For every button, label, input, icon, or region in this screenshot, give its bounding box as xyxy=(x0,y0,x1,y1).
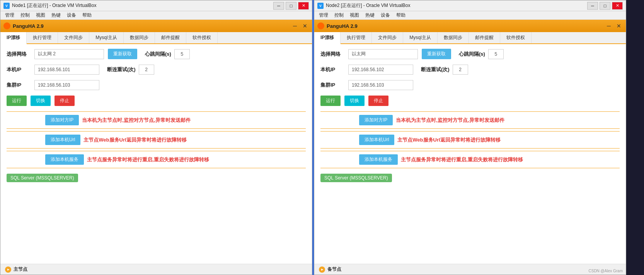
tab-exec-mgmt-2[interactable]: 执行管理 xyxy=(341,32,372,43)
menu-device-2[interactable]: 设备 xyxy=(378,11,393,19)
network-label-2: 选择网络 xyxy=(320,51,344,58)
stop-btn-2[interactable]: 停止 xyxy=(368,96,388,106)
heartbeat-input-1[interactable] xyxy=(174,49,190,59)
add-peer-ip-btn-2[interactable]: 添加对方IP xyxy=(359,115,393,125)
os-titlebar-2: V Node2 [正在运行] - Oracle VM VirtualBox ─ … xyxy=(314,0,626,11)
tab-exec-mgmt-1[interactable]: 执行管理 xyxy=(27,32,58,43)
tab-email-2[interactable]: 邮件提醒 xyxy=(469,32,500,43)
switch-btn-2[interactable]: 切换 xyxy=(344,96,365,106)
tab-ip-migration-1[interactable]: IP漂移 xyxy=(0,32,27,44)
app-titlebar-2: PanguHA 2.9 ─ ✕ xyxy=(314,20,626,32)
os-title-1: Node1 [正在运行] - Oracle VM VirtualBox xyxy=(12,2,273,9)
section2-hint-1: 主节点Web服务Url返回异常时将进行故障转移 xyxy=(83,137,186,143)
menu-view-1[interactable]: 视图 xyxy=(33,11,48,19)
section2-1: 添加本机Url 主节点Web服务Url返回异常时将进行故障转移 xyxy=(7,131,306,149)
run-btn-2[interactable]: 运行 xyxy=(320,96,341,106)
tab-license-1[interactable]: 软件授权 xyxy=(186,32,218,43)
status-text-2: 备节点 xyxy=(327,266,341,273)
menu-help-1[interactable]: 帮助 xyxy=(79,11,95,19)
disconnect-input-1[interactable] xyxy=(139,65,154,75)
app-close-1[interactable]: ✕ xyxy=(301,22,309,30)
heartbeat-input-2[interactable] xyxy=(488,49,504,59)
cluster-ip-input-1[interactable] xyxy=(34,80,99,90)
network-label-1: 选择网络 xyxy=(7,51,30,58)
network-row-1: 选择网络 重新获取 心跳间隔(s) xyxy=(7,49,306,59)
tab-file-sync-2[interactable]: 文件同步 xyxy=(372,32,403,43)
close-btn-1[interactable]: ✕ xyxy=(298,2,309,10)
menu-help-2[interactable]: 帮助 xyxy=(393,11,409,19)
network-input-2[interactable] xyxy=(348,49,418,59)
minimize-btn-1[interactable]: ─ xyxy=(273,2,284,10)
app-window-1: PanguHA 2.9 ─ ✕ IP漂移 执行管理 文件同步 Mysql主从 数… xyxy=(0,20,312,275)
vbox-icon-1: V xyxy=(3,3,10,9)
section3-hint-2: 主节点服务异常时将进行重启,重启失败将进行故障转移 xyxy=(401,156,523,163)
section1-2: 添加对方IP 当本机为主节点时,监控对方节点,异常时发送邮件 xyxy=(320,111,620,129)
menu-hotkey-2[interactable]: 热键 xyxy=(362,11,378,19)
os-title-2: Node2 [正在运行] - Oracle VM VirtualBox xyxy=(326,2,587,9)
service-tag-1: SQL Server (MSSQLSERVER) xyxy=(7,174,78,182)
content-area-1: 选择网络 重新获取 心跳间隔(s) 本机IP 断连重试(次) 集群IP 运行 xyxy=(0,44,312,264)
menu-hotkey-1[interactable]: 热键 xyxy=(48,11,64,19)
tab-bar-1: IP漂移 执行管理 文件同步 Mysql主从 数据同步 邮件提醒 软件授权 xyxy=(0,32,312,44)
run-btn-1[interactable]: 运行 xyxy=(7,96,27,106)
menu-device-1[interactable]: 设备 xyxy=(64,11,79,19)
menu-manage-2[interactable]: 管理 xyxy=(316,11,331,19)
app-title-1: PanguHA 2.9 xyxy=(13,23,291,29)
tab-mysql-1[interactable]: Mysql主从 xyxy=(89,32,123,43)
add-local-service-btn-2[interactable]: 添加本机服务 xyxy=(359,154,398,165)
disconnect-label-2: 断连重试(次) xyxy=(421,66,450,73)
tab-license-2[interactable]: 软件授权 xyxy=(500,32,532,43)
network-input-1[interactable] xyxy=(34,49,104,59)
app-window-2: PanguHA 2.9 ─ ✕ IP漂移 执行管理 文件同步 Mysql主从 数… xyxy=(314,20,626,275)
switch-btn-1[interactable]: 切换 xyxy=(31,96,51,106)
section1-hint-1: 当本机为主节点时,监控对方节点,异常时发送邮件 xyxy=(82,117,190,124)
refresh-btn-2[interactable]: 重新获取 xyxy=(422,49,451,59)
app-close-2[interactable]: ✕ xyxy=(615,22,623,30)
section3-1: 添加本机服务 主节点服务异常时将进行重启,重启失败将进行故障转移 xyxy=(7,151,306,168)
app-minimize-1[interactable]: ─ xyxy=(291,22,299,30)
close-btn-2[interactable]: ✕ xyxy=(612,2,623,10)
cluster-ip-row-2: 集群IP xyxy=(320,80,620,90)
cluster-ip-label-2: 集群IP xyxy=(320,82,344,89)
add-peer-ip-btn-1[interactable]: 添加对方IP xyxy=(45,115,79,125)
menu-control-2[interactable]: 控制 xyxy=(331,11,347,19)
disconnect-label-1: 断连重试(次) xyxy=(107,66,136,73)
minimize-btn-2[interactable]: ─ xyxy=(587,2,598,10)
local-ip-input-2[interactable] xyxy=(348,65,413,75)
os-controls-2: ─ □ ✕ xyxy=(587,2,623,10)
status-text-1: 主节点 xyxy=(14,266,27,273)
app-titlebar-1: PanguHA 2.9 ─ ✕ xyxy=(0,20,312,32)
tab-email-1[interactable]: 邮件提醒 xyxy=(155,32,186,43)
maximize-btn-1[interactable]: □ xyxy=(286,2,296,10)
add-local-url-btn-2[interactable]: 添加本机Url xyxy=(359,135,394,145)
cluster-ip-input-2[interactable] xyxy=(348,80,413,90)
menu-manage-1[interactable]: 管理 xyxy=(2,11,17,19)
local-ip-input-1[interactable] xyxy=(34,65,99,75)
tab-data-sync-1[interactable]: 数据同步 xyxy=(124,32,155,43)
local-ip-label-1: 本机IP xyxy=(7,66,30,73)
refresh-btn-1[interactable]: 重新获取 xyxy=(108,49,137,59)
menu-view-2[interactable]: 视图 xyxy=(347,11,362,19)
menu-control-1[interactable]: 控制 xyxy=(17,11,33,19)
stop-btn-1[interactable]: 停止 xyxy=(55,96,75,106)
tab-data-sync-2[interactable]: 数据同步 xyxy=(438,32,469,43)
add-local-url-btn-1[interactable]: 添加本机Url xyxy=(45,135,80,145)
app-title-2: PanguHA 2.9 xyxy=(327,23,605,29)
local-ip-row-2: 本机IP 断连重试(次) xyxy=(320,65,620,75)
service-tag-row-1: SQL Server (MSSQLSERVER) xyxy=(7,171,306,185)
section1-1: 添加对方IP 当本机为主节点时,监控对方节点,异常时发送邮件 xyxy=(7,111,306,129)
status-dot-1 xyxy=(5,266,11,273)
service-tag-row-2: SQL Server (MSSQLSERVER) xyxy=(320,171,620,185)
app-minimize-2[interactable]: ─ xyxy=(605,22,613,30)
service-tag-2: SQL Server (MSSQLSERVER) xyxy=(320,174,392,182)
app-icon-1 xyxy=(3,22,10,29)
status-bar-2: 备节点 xyxy=(314,264,626,275)
tab-file-sync-1[interactable]: 文件同步 xyxy=(58,32,89,43)
action-buttons-row-1: 运行 切换 停止 xyxy=(7,96,306,106)
disconnect-input-2[interactable] xyxy=(453,65,468,75)
section3-hint-1: 主节点服务异常时将进行重启,重启失败将进行故障转移 xyxy=(87,156,209,163)
tab-ip-migration-2[interactable]: IP漂移 xyxy=(314,32,341,44)
add-local-service-btn-1[interactable]: 添加本机服务 xyxy=(45,154,84,165)
maximize-btn-2[interactable]: □ xyxy=(600,2,610,10)
tab-mysql-2[interactable]: Mysql主从 xyxy=(403,32,437,43)
